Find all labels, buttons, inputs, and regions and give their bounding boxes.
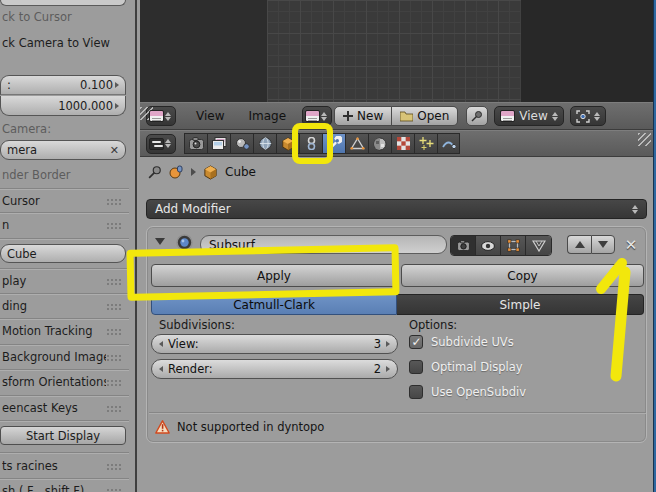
panel-header-sh[interactable]: sh ( F , shift F) (0, 482, 129, 492)
image-datablock-dropdown[interactable] (302, 106, 332, 126)
viewport-visibility-toggle[interactable] (476, 236, 501, 255)
world-icon (258, 137, 273, 150)
pin-icon (471, 110, 483, 122)
partial-field[interactable] (0, 0, 126, 6)
delete-modifier-button[interactable]: ✕ (622, 235, 640, 254)
move-modifier-up-button[interactable] (567, 235, 591, 254)
render-border-label[interactable]: nder Border (2, 168, 71, 182)
stepper-left-icon[interactable] (159, 341, 163, 347)
tab-material[interactable] (368, 133, 391, 154)
breadcrumb-arrow-icon (191, 168, 196, 176)
modifier-visibility-toggles (450, 235, 552, 256)
tab-particles[interactable] (414, 133, 437, 154)
stepper-left-icon[interactable] (159, 366, 163, 372)
panel-header-shading[interactable]: ding (0, 297, 129, 315)
pin-icon[interactable] (148, 165, 162, 179)
checkbox-icon[interactable] (409, 335, 423, 349)
panel-header-screencast-keys[interactable]: eencast Keys (0, 399, 129, 417)
divider (0, 344, 129, 346)
add-modifier-dropdown[interactable]: Add Modifier (146, 199, 647, 219)
uv-grid (267, 0, 521, 102)
apply-button[interactable]: Apply (151, 264, 397, 287)
stepper-right-icon[interactable] (115, 103, 119, 109)
tab-modifiers[interactable] (322, 133, 345, 154)
stepper-right-icon[interactable] (386, 341, 390, 347)
modifier-name-field[interactable]: Subsurf (200, 235, 447, 254)
edit-cage-toggle[interactable] (526, 236, 551, 255)
divider (149, 412, 646, 414)
lock-to-cursor-label[interactable]: ck to Cursor (2, 10, 72, 24)
tab-render[interactable] (184, 133, 207, 154)
area-divider[interactable] (133, 0, 140, 492)
checkbox-icon[interactable] (409, 360, 423, 374)
tab-scene[interactable] (230, 133, 253, 154)
panel-header-cursor[interactable]: Cursor (0, 192, 129, 210)
dropdown-arrows-icon (165, 112, 171, 121)
breadcrumb: Cube (148, 163, 256, 181)
display-mode-dropdown[interactable]: View (494, 106, 563, 126)
panel-header-transform-orientations[interactable]: sform Orientations (0, 373, 129, 391)
tab-object[interactable] (276, 133, 299, 154)
tab-object-data[interactable] (345, 133, 368, 154)
drag-grip-icon (106, 488, 123, 492)
panel-header-display[interactable]: play (0, 272, 129, 290)
menu-view[interactable]: View (184, 109, 236, 123)
optimal-display-option[interactable]: Optimal Display (409, 360, 523, 374)
use-opensubdiv-option[interactable]: Use OpenSubdiv (409, 385, 526, 399)
panel-header-n[interactable]: n (0, 216, 129, 234)
pivot-dropdown[interactable] (570, 106, 606, 126)
camera-icon (189, 137, 204, 150)
render-visibility-toggle[interactable] (451, 236, 476, 255)
stepper-right-icon[interactable] (386, 366, 390, 372)
panel-header-motion-tracking[interactable]: Motion Tracking (0, 322, 129, 340)
edit-mode-toggle[interactable] (501, 236, 526, 255)
corner-resize-icon[interactable] (638, 133, 651, 146)
new-image-button[interactable]: New (334, 106, 392, 126)
divider (0, 318, 129, 320)
copy-button[interactable]: Copy (401, 264, 644, 287)
panel-header-roots[interactable]: ts racines (0, 457, 129, 475)
pin-button[interactable] (466, 106, 488, 126)
subdivide-uvs-option[interactable]: Subdivide UVs (409, 335, 514, 349)
render-subdivisions-slider[interactable]: Render: 2 (151, 359, 398, 379)
camera-label: Camera: (2, 122, 51, 136)
texture-icon (397, 137, 410, 150)
lock-camera-to-view-label[interactable]: ck Camera to View (2, 36, 110, 50)
item-name-field[interactable]: Cube (0, 244, 126, 263)
start-display-button[interactable]: Start Display (0, 426, 126, 445)
view-subdivisions-slider[interactable]: View: 3 (151, 334, 398, 354)
tab-render-layers[interactable] (207, 133, 230, 154)
camera-object-value: mera (7, 143, 110, 157)
warning-icon (155, 420, 170, 434)
folder-icon (400, 111, 413, 122)
clip-end-field[interactable]: 1000.000 (0, 96, 126, 116)
expand-panel-icon[interactable] (155, 238, 165, 245)
clip-start-field[interactable]: : 0.100 (0, 75, 126, 95)
camera-icon (457, 240, 470, 251)
tab-constraints[interactable] (299, 133, 322, 154)
stepper-right-icon[interactable] (115, 82, 119, 88)
clear-icon[interactable]: ✕ (110, 144, 119, 157)
camera-object-field[interactable]: mera ✕ (0, 140, 126, 160)
checkbox-icon[interactable] (409, 385, 423, 399)
open-image-button[interactable]: Open (392, 106, 458, 126)
subsurf-modifier-icon (176, 234, 193, 251)
menu-image[interactable]: Image (236, 109, 298, 123)
editor-type-dropdown[interactable] (146, 134, 176, 154)
image-editor-viewport[interactable] (140, 0, 653, 102)
options-label: Options: (409, 318, 457, 332)
divider (0, 238, 129, 240)
move-modifier-down-button[interactable] (591, 235, 615, 254)
object-cube-icon (281, 137, 295, 151)
catmull-clark-toggle[interactable]: Catmull-Clark (151, 294, 397, 315)
tab-world[interactable] (253, 133, 276, 154)
image-editor-icon (149, 110, 164, 122)
dropdown-arrows-icon (321, 112, 327, 121)
object-icon[interactable] (169, 165, 184, 179)
tab-texture[interactable] (391, 133, 414, 154)
tab-physics[interactable] (437, 133, 460, 154)
modifier-reorder-buttons (567, 235, 615, 254)
simple-toggle[interactable]: Simple (397, 294, 644, 315)
properties-header (140, 130, 653, 157)
panel-header-background-images[interactable]: Background Images (0, 348, 129, 366)
